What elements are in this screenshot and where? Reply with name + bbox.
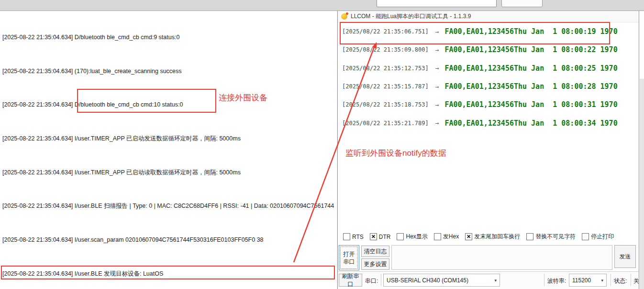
llcom-window: LLCOM - 能跑Lua脚本的串口调试工具 - 1.1.3.9 [2025/0… <box>337 11 639 289</box>
option-stop-print: 停止打印 <box>582 233 614 241</box>
open-serial-button[interactable]: 打开 串口 <box>339 245 359 270</box>
divider <box>631 274 631 286</box>
entry-timestamp: [2025/08/22 21:35:18.753] <box>342 101 429 108</box>
entry-data: FA00,EA01,123456Thu Jan 1 08:00:31 1970 <box>444 100 617 109</box>
send-button[interactable]: 发送 <box>614 245 636 268</box>
log-line: [2025-08-22 21:35:04.634] I/user.BLE 扫描报… <box>2 201 334 212</box>
serial-log-area: [2025/08/22 21:35:06.751] → FA00,EA01,12… <box>342 22 636 132</box>
port-select[interactable]: USB-SERIAL CH340 (COM145) ▾ <box>383 274 500 287</box>
checkbox-replace-invisible[interactable] <box>526 233 533 240</box>
llcom-titlebar: LLCOM - 能跑Lua脚本的串口调试工具 - 1.1.3.9 <box>338 11 639 22</box>
baud-select-value: 115200 <box>572 277 591 284</box>
receive-arrow-icon: → <box>435 64 439 72</box>
checkbox-dtr[interactable]: ✕ <box>370 233 377 240</box>
device-log-panel: [2025-08-22 21:35:04.634] D/bluetooth bl… <box>0 11 337 289</box>
receive-arrow-icon: → <box>435 101 439 108</box>
serial-options-row: RTS ✕ DTR Hex显示 发Hex ✕ 发末尾加回车换行 替换不可见字符 … <box>343 233 614 241</box>
entry-data: FA00,EA01,123456Thu Jan 1 08:00:19 1970 <box>444 27 617 36</box>
entry-data: FA00,EA01,123456Thu Jan 1 08:00:34 1970 <box>444 119 617 128</box>
entry-timestamp: [2025/08/22 21:35:06.751] <box>342 28 429 35</box>
option-hex-display: Hex显示 <box>397 233 427 241</box>
serial-log-entry: [2025/08/22 21:35:15.787] → FA00,EA01,12… <box>342 77 636 96</box>
serial-log-entry: [2025/08/22 21:35:06.751] → FA00,EA01,12… <box>342 22 636 41</box>
background-window-strip <box>0 0 644 11</box>
port-label: 串口: <box>365 277 378 285</box>
entry-data: FA00,EA01,123456Thu Jan 1 08:00:25 1970 <box>444 64 617 73</box>
option-send-hex: 发Hex <box>434 233 459 241</box>
checkbox-hex-display[interactable] <box>397 233 404 240</box>
serial-log-entry: [2025/08/22 21:35:18.753] → FA00,EA01,12… <box>342 96 636 114</box>
chevron-down-icon: ▾ <box>601 278 603 283</box>
checkbox-rts[interactable] <box>343 233 350 240</box>
log-line: [2025-08-22 21:35:04.634] I/user.TIMER_A… <box>2 167 334 179</box>
receive-arrow-icon: → <box>435 119 439 127</box>
send-input[interactable] <box>391 245 612 270</box>
receive-arrow-icon: → <box>435 83 439 90</box>
refresh-serial-button[interactable]: 刷新串口 <box>339 274 362 287</box>
entry-data: FA00,EA01,123456Thu Jan 1 08:00:28 1970 <box>444 82 617 91</box>
option-label: 发末尾加回车换行 <box>474 233 520 241</box>
receive-arrow-icon: → <box>435 28 439 35</box>
llcom-app-icon <box>341 13 347 20</box>
chevron-down-icon: ▾ <box>494 278 497 283</box>
option-append-crlf: ✕ 发末尾加回车换行 <box>465 233 520 241</box>
checkbox-send-hex[interactable] <box>434 233 441 240</box>
serial-log-entry: [2025/08/22 21:35:09.800] → FA00,EA01,12… <box>342 41 636 59</box>
entry-data: FA00,EA01,123456Thu Jan 1 08:00:22 1970 <box>444 45 617 54</box>
log-line: [2025-08-22 21:35:04.634] I/user.TIMER_A… <box>2 133 334 145</box>
baud-select[interactable]: 115200 ▾ <box>569 274 607 287</box>
log-line: [2025-08-22 21:35:04.634] (170):luat_ble… <box>2 66 334 77</box>
option-dtr: ✕ DTR <box>370 233 391 240</box>
serial-log-entry: [2025/08/22 21:35:21.789] → FA00,EA01,12… <box>342 114 636 132</box>
receive-arrow-icon: → <box>435 46 439 54</box>
option-label: RTS <box>352 234 364 240</box>
entry-timestamp: [2025/08/22 21:35:12.753] <box>342 65 429 72</box>
serial-log-entry: [2025/08/22 21:35:12.753] → FA00,EA01,12… <box>342 59 636 77</box>
serial-bottom-bar: 刷新串口 串口: USB-SERIAL CH340 (COM145) ▾ 波特率… <box>338 271 639 289</box>
divider <box>611 274 611 286</box>
entry-timestamp: [2025/08/22 21:35:15.787] <box>342 83 429 90</box>
more-settings-button[interactable]: 更多设置 <box>361 258 389 270</box>
background-address-input[interactable] <box>377 0 497 7</box>
divider <box>544 274 544 286</box>
entry-timestamp: [2025/08/22 21:35:21.789] <box>342 120 429 127</box>
option-label: DTR <box>379 234 391 240</box>
option-label: 替换不可见字符 <box>535 233 576 241</box>
device-log-lines: [2025-08-22 21:35:04.634] D/bluetooth bl… <box>2 11 334 289</box>
status-label: 状态: <box>614 277 627 285</box>
llcom-window-title: LLCOM - 能跑Lua脚本的串口调试工具 - 1.1.3.9 <box>351 12 471 21</box>
log-line: [2025-08-22 21:35:04.634] I/user.BLE 发现目… <box>2 268 334 280</box>
option-label: 发Hex <box>443 233 459 241</box>
log-line: [2025-08-22 21:35:04.634] I/user.scan_pa… <box>2 235 334 246</box>
option-label: 停止打印 <box>591 233 614 241</box>
option-rts: RTS <box>343 233 364 240</box>
divider <box>381 274 381 286</box>
log-line: [2025-08-22 21:35:04.634] D/bluetooth bl… <box>2 32 334 43</box>
background-toolbar-button[interactable] <box>501 0 543 7</box>
clear-log-button[interactable]: 清空日志 <box>361 246 389 257</box>
port-select-value: USB-SERIAL CH340 (COM145) <box>387 277 468 284</box>
checkbox-append-crlf[interactable]: ✕ <box>465 233 472 240</box>
log-line: [2025-08-22 21:35:04.634] D/bluetooth bl… <box>2 99 334 111</box>
status-value-partial: 关 <box>633 277 639 285</box>
entry-timestamp: [2025/08/22 21:35:09.800] <box>342 46 429 53</box>
checkbox-stop-print[interactable] <box>582 233 589 240</box>
background-scrollbar[interactable] <box>640 79 644 289</box>
option-replace-invisible: 替换不可见字符 <box>526 233 576 241</box>
baud-label: 波特率: <box>547 277 566 285</box>
option-label: Hex显示 <box>406 233 427 241</box>
